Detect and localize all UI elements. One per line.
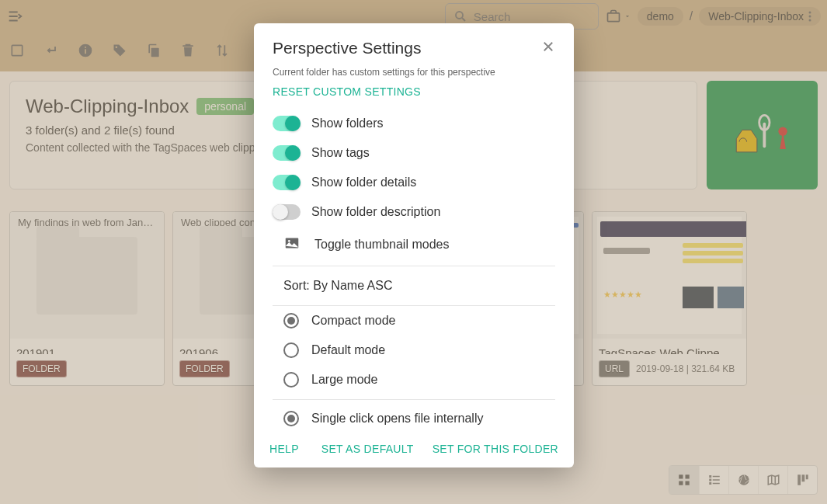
compact-mode-radio[interactable]: Compact mode xyxy=(273,306,555,335)
default-mode-label: Default mode xyxy=(311,343,385,357)
toggle-thumbnail-label: Toggle thumbnail modes xyxy=(314,238,449,252)
set-folder-button[interactable]: SET FOR THIS FOLDER xyxy=(433,443,558,455)
show-tags-switch[interactable] xyxy=(273,145,301,161)
reset-settings-button[interactable]: RESET CUSTOM SETTINGS xyxy=(273,85,555,98)
dialog-hint: Current folder has custom settings for t… xyxy=(273,67,555,78)
show-details-label: Show folder details xyxy=(311,176,416,189)
show-description-label: Show folder description xyxy=(311,205,440,219)
single-click-radio[interactable]: Single click opens file internally xyxy=(273,400,555,433)
svg-point-29 xyxy=(288,240,290,242)
show-folders-switch[interactable] xyxy=(273,116,301,131)
large-mode-radio[interactable]: Large mode xyxy=(273,365,555,395)
sort-button[interactable]: Sort: By Name ASC xyxy=(273,266,555,305)
radio-icon xyxy=(283,411,299,426)
show-description-switch[interactable] xyxy=(273,204,301,220)
default-mode-radio[interactable]: Default mode xyxy=(273,335,555,365)
radio-icon xyxy=(283,342,299,358)
show-details-switch[interactable] xyxy=(273,175,301,190)
large-mode-label: Large mode xyxy=(311,373,377,387)
show-tags-label: Show tags xyxy=(311,146,370,160)
help-button[interactable]: HELP xyxy=(269,443,299,455)
show-folders-label: Show folders xyxy=(311,116,384,130)
radio-icon xyxy=(283,372,299,388)
compact-mode-label: Compact mode xyxy=(311,314,396,328)
toggle-thumbnail-button[interactable]: Toggle thumbnail modes xyxy=(273,227,555,266)
close-icon[interactable] xyxy=(541,40,555,57)
single-click-label: Single click opens file internally xyxy=(311,412,483,426)
perspective-settings-dialog: Perspective Settings Current folder has … xyxy=(254,23,574,468)
dialog-title: Perspective Settings xyxy=(273,39,421,57)
radio-icon xyxy=(283,313,299,328)
image-icon xyxy=(283,235,301,255)
set-default-button[interactable]: SET AS DEFAULT xyxy=(321,443,414,455)
